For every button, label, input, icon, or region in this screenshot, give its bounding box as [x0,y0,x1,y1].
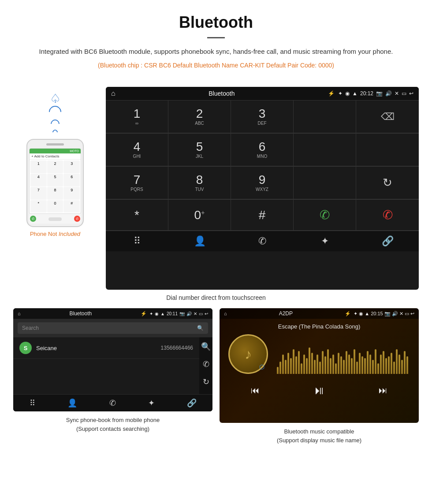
phone-key-7[interactable]: 7 [30,187,47,200]
vis-bar [317,355,318,374]
vis-bar [383,351,384,374]
phone-key-4[interactable]: 4 [30,174,47,187]
dial-key-8[interactable]: 8TUV [168,167,231,199]
time-display: 20:12 [360,90,373,97]
phone-not-included-label: Phone Not Included [30,231,80,237]
nav-grid-icon[interactable]: ⠿ [128,235,146,247]
phone-key-6[interactable]: 6 [63,174,80,187]
pb-loc-icon: ◉ [155,311,159,316]
pb-close-icon[interactable]: ✕ [194,311,197,316]
phone-call-btn[interactable]: ✆ [30,216,36,222]
phone-home-btn[interactable] [48,217,62,221]
dial-key-9[interactable]: 9WXYZ [231,167,294,199]
dialpad-row-1: 1∞ 2ABC 3DEF ⌫ [106,100,419,133]
phone-key-8[interactable]: 8 [47,187,63,200]
pb-search-right-icon[interactable]: 🔍 [201,342,211,351]
prev-track-btn[interactable]: ⏮ [251,385,260,396]
status-icons: ✦ ◉ ▲ 20:12 📷 🔊 ✕ ▭ ↩ [338,90,413,97]
dial-key-1[interactable]: 1∞ [106,101,168,133]
camera-icon: 📷 [376,90,383,97]
vis-bar [385,358,387,374]
nav-person-icon[interactable]: 👤 [191,235,209,247]
pb-phone-right-icon[interactable]: ✆ [203,359,209,369]
play-pause-btn[interactable]: ⏯ [313,384,325,397]
vis-bar [406,356,408,374]
music-note-icon: ♪ [245,346,252,362]
pb-nav-person[interactable]: 👤 [67,398,77,408]
nav-bluetooth-icon[interactable]: ✦ [316,235,334,247]
pb-back-icon[interactable]: ↩ [205,311,208,316]
ms-back-icon[interactable]: ↩ [410,311,414,316]
pb-vol-icon: 🔊 [186,311,192,316]
pb-nav-link[interactable]: 🔗 [187,398,197,408]
dial-key-6[interactable]: 6MNO [231,134,294,166]
bt-signal-visual: ♤ [49,96,61,137]
dial-key-7[interactable]: 7PQRS [106,167,168,199]
header-description: Integrated with BC6 Bluetooth module, su… [26,46,406,57]
phone-key-star[interactable]: * [30,200,47,213]
vis-bar [277,367,279,374]
vis-bar [359,353,361,374]
vis-bar [324,356,326,374]
dial-refresh[interactable]: ↻ [356,167,419,199]
dial-empty-2 [294,134,356,166]
close-icon[interactable]: ✕ [395,90,399,97]
phone-key-9[interactable]: 9 [63,187,80,200]
phone-key-2[interactable]: 2 [47,161,63,173]
phone-dialpad: 1 2 3 4 5 6 7 8 9 * 0 # [30,160,81,213]
phone-key-5[interactable]: 5 [47,174,63,187]
music-item: ⌂ A2DP ⚡ ✦ ◉ ▲ 20:15 📷 🔊 ✕ ▭ ↩ Escape (T… [220,308,419,444]
song-title: Escape (The Pina Colada Song) [278,323,360,330]
phone-key-1[interactable]: 1 [30,161,47,173]
phone-key-3[interactable]: 3 [63,161,80,173]
phone-hangup-btn[interactable]: ✆ [74,216,80,222]
dial-key-4[interactable]: 4GHI [106,134,168,166]
bluetooth-icon: ♤ [50,91,61,106]
dial-key-3[interactable]: 3DEF [231,101,294,133]
home-icon[interactable]: ⌂ [111,90,115,97]
phonebook-statusbar: ⌂ Bluetooth ⚡ ✦ ◉ ▲ 20:11 📷 🔊 ✕ ▭ ↩ [13,308,212,319]
ms-home-icon[interactable]: ⌂ [224,311,227,316]
contact-row[interactable]: S Seicane 13566664466 [13,337,199,359]
car-bottom-nav: ⠿ 👤 ✆ ✦ 🔗 [106,231,419,251]
pb-refresh-right-icon[interactable]: ↻ [203,377,209,387]
signal-icon: ▲ [352,90,358,97]
search-placeholder: Search [22,325,197,331]
phone-speaker [46,143,64,146]
pb-nav-bt[interactable]: ✦ [148,398,155,408]
dialpad-container: 1∞ 2ABC 3DEF ⌫ 4GHI 5JKL [106,100,419,231]
dial-backspace[interactable]: ⌫ [356,101,419,133]
dial-key-0[interactable]: 0+ [168,200,231,231]
pb-nav-phone[interactable]: ✆ [109,398,116,408]
arc-small [52,129,59,136]
vis-bar [398,355,400,374]
pb-status-icons: ✦ ◉ ▲ 20:11 📷 🔊 ✕ ▭ ↩ [149,311,208,316]
phone-key-0[interactable]: 0 [47,200,63,213]
phone-key-hash[interactable]: # [63,200,80,213]
pb-home-icon[interactable]: ⌂ [18,311,21,316]
search-icon[interactable]: 🔍 [197,325,204,331]
dial-key-2[interactable]: 2ABC [168,101,231,133]
phone-contact-label: + Add to Contacts [30,153,81,160]
arc-large [46,104,64,121]
pb-usb-icon: ⚡ [141,311,147,317]
dial-key-hash[interactable]: # [231,200,294,231]
ms-close-icon[interactable]: ✕ [399,311,403,316]
next-track-btn[interactable]: ⏭ [379,385,387,396]
ms-usb-icon: ⚡ [345,311,351,317]
pb-time: 20:11 [167,311,178,316]
dial-key-star[interactable]: * [106,200,168,231]
dial-key-5[interactable]: 5JKL [168,134,231,166]
vis-bar [311,353,313,374]
dial-call[interactable]: ✆ [294,200,356,231]
pb-window-icon: ▭ [199,311,203,316]
music-caption: Bluetooth music compatible(Support displ… [277,427,361,444]
search-bar[interactable]: Search 🔍 [18,322,208,334]
nav-link-icon[interactable]: 🔗 [379,235,396,247]
dial-end[interactable]: ✆ [356,200,419,231]
vis-bar [327,349,329,374]
nav-phone-icon[interactable]: ✆ [253,235,271,247]
back-icon[interactable]: ↩ [409,90,413,97]
pb-nav-grid[interactable]: ⠿ [30,398,35,408]
vis-bar [356,362,358,374]
